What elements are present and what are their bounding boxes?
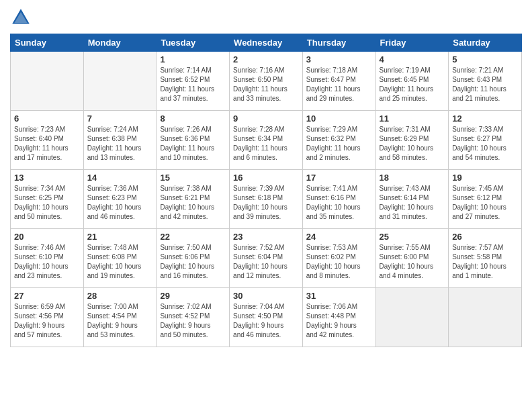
day-info: Sunrise: 7:23 AM Sunset: 6:40 PM Dayligh… bbox=[14, 125, 80, 163]
day-info: Sunrise: 7:06 AM Sunset: 4:48 PM Dayligh… bbox=[306, 302, 372, 340]
day-info: Sunrise: 7:41 AM Sunset: 6:16 PM Dayligh… bbox=[306, 184, 372, 222]
day-cell: 6Sunrise: 7:23 AM Sunset: 6:40 PM Daylig… bbox=[11, 111, 84, 170]
logo bbox=[10, 7, 34, 28]
day-number: 11 bbox=[380, 113, 445, 124]
day-number: 14 bbox=[87, 173, 153, 183]
day-info: Sunrise: 7:57 AM Sunset: 5:58 PM Dayligh… bbox=[452, 243, 518, 281]
day-number: 28 bbox=[87, 291, 153, 301]
header-row: SundayMondayTuesdayWednesdayThursdayFrid… bbox=[11, 34, 522, 52]
day-info: Sunrise: 7:43 AM Sunset: 6:14 PM Dayligh… bbox=[380, 184, 445, 222]
day-number: 7 bbox=[87, 113, 153, 124]
day-cell: 19Sunrise: 7:45 AM Sunset: 6:12 PM Dayli… bbox=[449, 170, 522, 229]
day-cell: 14Sunrise: 7:36 AM Sunset: 6:23 PM Dayli… bbox=[83, 170, 157, 229]
day-number: 19 bbox=[452, 173, 518, 183]
day-number: 23 bbox=[233, 232, 299, 242]
day-cell bbox=[449, 288, 522, 347]
day-cell: 29Sunrise: 7:02 AM Sunset: 4:52 PM Dayli… bbox=[157, 288, 230, 347]
week-row-3: 13Sunrise: 7:34 AM Sunset: 6:25 PM Dayli… bbox=[11, 170, 522, 229]
day-cell: 18Sunrise: 7:43 AM Sunset: 6:14 PM Dayli… bbox=[375, 170, 449, 229]
day-number: 18 bbox=[380, 173, 445, 183]
day-info: Sunrise: 7:38 AM Sunset: 6:21 PM Dayligh… bbox=[160, 184, 226, 222]
day-cell: 10Sunrise: 7:29 AM Sunset: 6:32 PM Dayli… bbox=[302, 111, 375, 170]
day-info: Sunrise: 7:48 AM Sunset: 6:08 PM Dayligh… bbox=[87, 243, 153, 281]
day-cell: 24Sunrise: 7:53 AM Sunset: 6:02 PM Dayli… bbox=[302, 229, 375, 288]
day-number: 10 bbox=[306, 113, 372, 124]
day-cell: 26Sunrise: 7:57 AM Sunset: 5:58 PM Dayli… bbox=[449, 229, 522, 288]
day-info: Sunrise: 7:45 AM Sunset: 6:12 PM Dayligh… bbox=[452, 184, 518, 222]
day-cell: 21Sunrise: 7:48 AM Sunset: 6:08 PM Dayli… bbox=[83, 229, 157, 288]
day-number: 20 bbox=[14, 232, 80, 242]
day-cell: 15Sunrise: 7:38 AM Sunset: 6:21 PM Dayli… bbox=[157, 170, 230, 229]
day-number: 16 bbox=[233, 173, 299, 183]
day-number: 21 bbox=[87, 232, 153, 242]
weekday-header-saturday: Saturday bbox=[449, 34, 522, 52]
day-cell: 9Sunrise: 7:28 AM Sunset: 6:34 PM Daylig… bbox=[230, 111, 303, 170]
day-number: 6 bbox=[14, 113, 80, 124]
day-cell: 1Sunrise: 7:14 AM Sunset: 6:52 PM Daylig… bbox=[157, 52, 230, 111]
day-info: Sunrise: 7:28 AM Sunset: 6:34 PM Dayligh… bbox=[233, 125, 299, 163]
day-info: Sunrise: 7:04 AM Sunset: 4:50 PM Dayligh… bbox=[233, 302, 299, 340]
day-info: Sunrise: 7:52 AM Sunset: 6:04 PM Dayligh… bbox=[233, 243, 299, 281]
day-cell: 12Sunrise: 7:33 AM Sunset: 6:27 PM Dayli… bbox=[449, 111, 522, 170]
day-info: Sunrise: 7:31 AM Sunset: 6:29 PM Dayligh… bbox=[380, 125, 445, 163]
day-info: Sunrise: 7:14 AM Sunset: 6:52 PM Dayligh… bbox=[160, 66, 226, 103]
weekday-header-friday: Friday bbox=[375, 34, 449, 52]
day-cell bbox=[11, 52, 84, 111]
weekday-header-wednesday: Wednesday bbox=[230, 34, 303, 52]
week-row-1: 1Sunrise: 7:14 AM Sunset: 6:52 PM Daylig… bbox=[11, 52, 522, 111]
day-cell: 2Sunrise: 7:16 AM Sunset: 6:50 PM Daylig… bbox=[230, 52, 303, 111]
day-info: Sunrise: 7:16 AM Sunset: 6:50 PM Dayligh… bbox=[233, 66, 299, 103]
day-cell: 22Sunrise: 7:50 AM Sunset: 6:06 PM Dayli… bbox=[157, 229, 230, 288]
calendar: SundayMondayTuesdayWednesdayThursdayFrid… bbox=[10, 34, 522, 347]
day-number: 12 bbox=[452, 113, 518, 124]
day-info: Sunrise: 7:19 AM Sunset: 6:45 PM Dayligh… bbox=[380, 66, 445, 103]
day-number: 25 bbox=[380, 232, 445, 242]
weekday-header-thursday: Thursday bbox=[302, 34, 375, 52]
day-number: 22 bbox=[160, 232, 226, 242]
day-cell: 28Sunrise: 7:00 AM Sunset: 4:54 PM Dayli… bbox=[83, 288, 157, 347]
day-number: 15 bbox=[160, 173, 226, 183]
day-number: 26 bbox=[452, 232, 518, 242]
day-cell: 31Sunrise: 7:06 AM Sunset: 4:48 PM Dayli… bbox=[302, 288, 375, 347]
day-info: Sunrise: 7:02 AM Sunset: 4:52 PM Dayligh… bbox=[160, 302, 226, 340]
page: SundayMondayTuesdayWednesdayThursdayFrid… bbox=[0, 0, 532, 354]
day-info: Sunrise: 7:00 AM Sunset: 4:54 PM Dayligh… bbox=[87, 302, 153, 340]
day-cell: 13Sunrise: 7:34 AM Sunset: 6:25 PM Dayli… bbox=[11, 170, 84, 229]
day-cell: 27Sunrise: 6:59 AM Sunset: 4:56 PM Dayli… bbox=[11, 288, 84, 347]
calendar-body: 1Sunrise: 7:14 AM Sunset: 6:52 PM Daylig… bbox=[11, 52, 522, 347]
day-number: 17 bbox=[306, 173, 372, 183]
weekday-header-sunday: Sunday bbox=[11, 34, 84, 52]
day-info: Sunrise: 7:55 AM Sunset: 6:00 PM Dayligh… bbox=[380, 243, 445, 281]
day-number: 30 bbox=[233, 291, 299, 301]
weekday-header-tuesday: Tuesday bbox=[157, 34, 230, 52]
day-number: 5 bbox=[452, 54, 518, 64]
day-cell: 16Sunrise: 7:39 AM Sunset: 6:18 PM Dayli… bbox=[230, 170, 303, 229]
day-cell bbox=[83, 52, 157, 111]
day-number: 31 bbox=[306, 291, 372, 301]
day-info: Sunrise: 7:24 AM Sunset: 6:38 PM Dayligh… bbox=[87, 125, 153, 163]
day-cell: 25Sunrise: 7:55 AM Sunset: 6:00 PM Dayli… bbox=[375, 229, 449, 288]
day-number: 13 bbox=[14, 173, 80, 183]
header bbox=[10, 7, 522, 28]
day-cell: 4Sunrise: 7:19 AM Sunset: 6:45 PM Daylig… bbox=[375, 52, 449, 111]
week-row-4: 20Sunrise: 7:46 AM Sunset: 6:10 PM Dayli… bbox=[11, 229, 522, 288]
day-info: Sunrise: 7:26 AM Sunset: 6:36 PM Dayligh… bbox=[160, 125, 226, 163]
day-info: Sunrise: 7:39 AM Sunset: 6:18 PM Dayligh… bbox=[233, 184, 299, 222]
day-info: Sunrise: 7:53 AM Sunset: 6:02 PM Dayligh… bbox=[306, 243, 372, 281]
week-row-5: 27Sunrise: 6:59 AM Sunset: 4:56 PM Dayli… bbox=[11, 288, 522, 347]
day-cell: 7Sunrise: 7:24 AM Sunset: 6:38 PM Daylig… bbox=[83, 111, 157, 170]
logo-icon bbox=[10, 7, 32, 28]
day-info: Sunrise: 7:50 AM Sunset: 6:06 PM Dayligh… bbox=[160, 243, 226, 281]
day-number: 8 bbox=[160, 113, 226, 124]
day-cell: 8Sunrise: 7:26 AM Sunset: 6:36 PM Daylig… bbox=[157, 111, 230, 170]
day-cell: 17Sunrise: 7:41 AM Sunset: 6:16 PM Dayli… bbox=[302, 170, 375, 229]
day-info: Sunrise: 7:33 AM Sunset: 6:27 PM Dayligh… bbox=[452, 125, 518, 163]
day-number: 29 bbox=[160, 291, 226, 301]
day-info: Sunrise: 6:59 AM Sunset: 4:56 PM Dayligh… bbox=[14, 302, 80, 340]
day-cell: 30Sunrise: 7:04 AM Sunset: 4:50 PM Dayli… bbox=[230, 288, 303, 347]
weekday-header-monday: Monday bbox=[83, 34, 157, 52]
day-info: Sunrise: 7:21 AM Sunset: 6:43 PM Dayligh… bbox=[452, 66, 518, 103]
day-number: 24 bbox=[306, 232, 372, 242]
day-info: Sunrise: 7:34 AM Sunset: 6:25 PM Dayligh… bbox=[14, 184, 80, 222]
day-cell: 5Sunrise: 7:21 AM Sunset: 6:43 PM Daylig… bbox=[449, 52, 522, 111]
